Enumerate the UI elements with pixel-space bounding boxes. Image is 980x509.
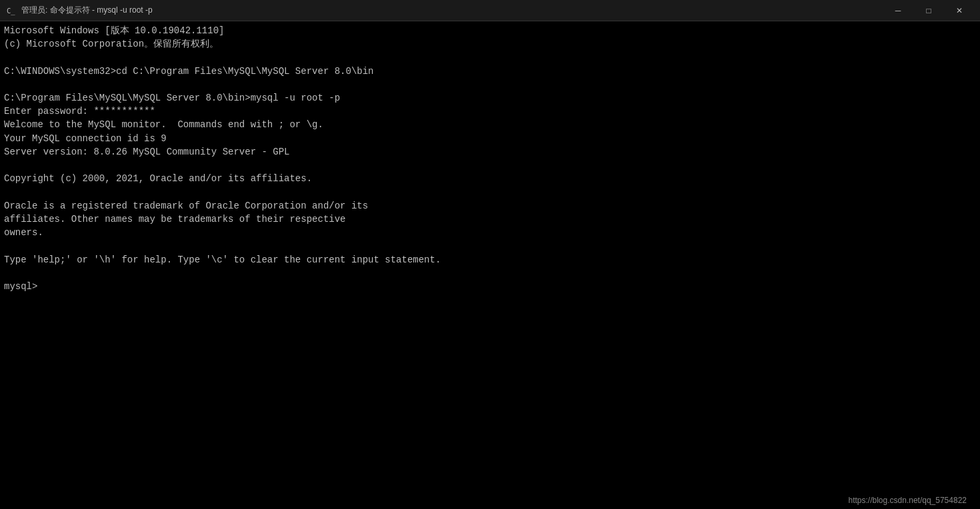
minimize-button[interactable]: ─ [883, 0, 913, 21]
terminal-line: Microsoft Windows [版本 10.0.19042.1110] [4, 24, 976, 37]
terminal-line: Enter password: *********** [4, 105, 976, 118]
title-bar-text: 管理员: 命令提示符 - mysql -u root -p [21, 5, 153, 16]
title-bar: C_ 管理员: 命令提示符 - mysql -u root -p ─ □ ✕ [0, 0, 980, 21]
terminal-line: owners. [4, 226, 976, 239]
terminal-line [4, 51, 976, 65]
cmd-window: C_ 管理员: 命令提示符 - mysql -u root -p ─ □ ✕ M… [0, 0, 980, 509]
terminal-line [4, 186, 976, 199]
terminal-line: Copyright (c) 2000, 2021, Oracle and/or … [4, 172, 976, 185]
terminal-line: Type 'help;' or '\h' for help. Type '\c'… [4, 253, 976, 266]
terminal-line [4, 266, 976, 280]
terminal-line: mysql> [4, 280, 976, 293]
close-button[interactable]: ✕ [944, 0, 975, 21]
terminal-output: Microsoft Windows [版本 10.0.19042.1110](c… [4, 24, 976, 293]
terminal-body[interactable]: Microsoft Windows [版本 10.0.19042.1110](c… [0, 21, 980, 509]
terminal-line: (c) Microsoft Corporation。保留所有权利。 [4, 37, 976, 51]
terminal-line: C:\Program Files\MySQL\MySQL Server 8.0\… [4, 91, 976, 105]
title-bar-left: C_ 管理员: 命令提示符 - mysql -u root -p [5, 5, 153, 16]
terminal-line: Your MySQL connection id is 9 [4, 132, 976, 145]
terminal-line [4, 159, 976, 172]
terminal-line [4, 78, 976, 91]
svg-text:C_: C_ [7, 7, 15, 15]
terminal-line: Welcome to the MySQL monitor. Commands e… [4, 118, 976, 131]
title-bar-controls: ─ □ ✕ [883, 0, 975, 21]
terminal-line: C:\WINDOWS\system32>cd C:\Program Files\… [4, 65, 976, 78]
terminal-line: Server version: 8.0.26 MySQL Community S… [4, 145, 976, 159]
cmd-icon: C_ [5, 5, 16, 16]
maximize-button[interactable]: □ [913, 0, 944, 21]
watermark: https://blog.csdn.net/qq_5754822 [849, 496, 967, 505]
terminal-line: Oracle is a registered trademark of Orac… [4, 199, 976, 213]
terminal-line [4, 240, 976, 253]
terminal-line: affiliates. Other names may be trademark… [4, 213, 976, 226]
